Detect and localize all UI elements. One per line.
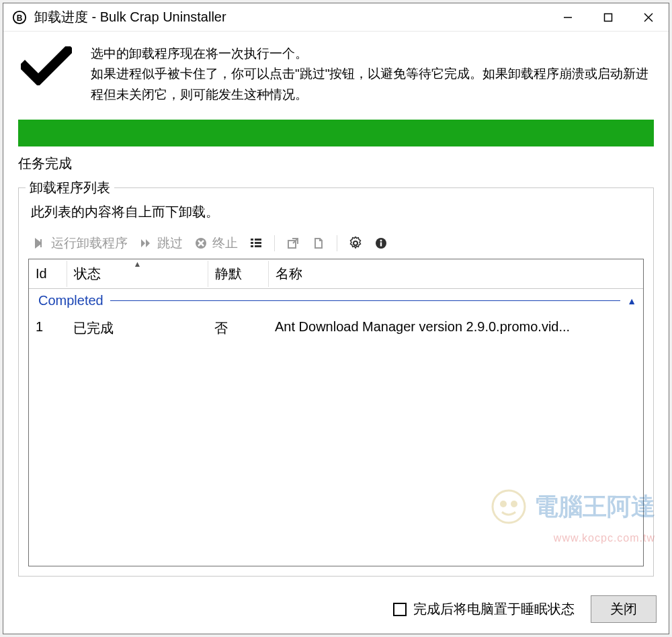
table: Id ▲ 状态 静默 名称 Completed ▲ 1 已完成 否 <box>28 259 644 566</box>
svg-rect-3 <box>605 13 612 21</box>
footer: 完成后将电脑置于睡眠状态 关闭 <box>3 585 669 634</box>
toolbar-separator-2 <box>337 235 337 251</box>
info-icon <box>374 236 388 251</box>
open-external-icon <box>286 236 300 251</box>
sleep-label: 完成后将电脑置于睡眠状态 <box>413 600 575 618</box>
group-row-completed[interactable]: Completed ▲ <box>29 289 643 312</box>
info-line-1: 选中的卸载程序现在将一次执行一个。 <box>91 44 654 64</box>
skip-button[interactable]: 跳过 <box>136 233 185 253</box>
window: B 卸载进度 - Bulk Crap Uninstaller 选中的卸载程序现在… <box>3 3 669 634</box>
list-view-button[interactable] <box>246 235 266 252</box>
maximize-button[interactable] <box>588 3 628 32</box>
table-header: Id ▲ 状态 静默 名称 <box>29 259 643 289</box>
minimize-button[interactable] <box>548 3 588 32</box>
toolbar: 运行卸载程序 跳过 终止 <box>28 230 644 259</box>
svg-rect-9 <box>251 239 253 241</box>
svg-rect-12 <box>255 242 261 244</box>
cell-name: Ant Download Manager version 2.9.0.promo… <box>268 316 643 340</box>
col-status[interactable]: ▲ 状态 <box>67 261 208 287</box>
col-silent[interactable]: 静默 <box>208 261 268 287</box>
info-text: 选中的卸载程序现在将一次执行一个。 如果进程似乎被卡住了，你可以点击"跳过"按钮… <box>91 44 654 105</box>
file-button[interactable] <box>308 235 329 252</box>
col-status-label: 状态 <box>74 266 101 281</box>
info-line-2: 如果进程似乎被卡住了，你可以点击"跳过"按钮，以避免等待它完成。如果卸载程序崩溃… <box>91 64 654 105</box>
cell-id: 1 <box>29 316 67 340</box>
app-icon: B <box>11 9 28 26</box>
window-title: 卸载进度 - Bulk Crap Uninstaller <box>34 8 548 26</box>
run-label: 运行卸载程序 <box>51 235 128 252</box>
skip-label: 跳过 <box>157 235 183 252</box>
svg-rect-10 <box>255 239 261 241</box>
col-id[interactable]: Id <box>29 262 67 286</box>
settings-button[interactable] <box>345 235 366 252</box>
toolbar-separator <box>274 235 275 251</box>
group-label: Completed <box>38 293 103 308</box>
stop-icon <box>194 236 208 251</box>
skip-icon <box>138 236 153 251</box>
gear-icon <box>348 236 363 251</box>
run-icon <box>32 236 47 251</box>
svg-rect-14 <box>255 245 261 247</box>
svg-rect-13 <box>251 245 253 247</box>
close-dialog-button[interactable]: 关闭 <box>591 595 657 623</box>
stop-label: 终止 <box>212 235 238 252</box>
open-external-button[interactable] <box>283 235 303 252</box>
close-button[interactable] <box>628 3 669 32</box>
col-name[interactable]: 名称 <box>268 261 643 287</box>
run-uninstaller-button[interactable]: 运行卸载程序 <box>30 233 130 253</box>
cell-silent: 否 <box>208 316 268 340</box>
groupbox-legend: 卸载程序列表 <box>26 179 114 197</box>
svg-rect-11 <box>251 242 253 244</box>
stop-button[interactable]: 终止 <box>191 233 241 253</box>
file-icon <box>311 236 326 251</box>
info-panel: 选中的卸载程序现在将一次执行一个。 如果进程似乎被卡住了，你可以点击"跳过"按钮… <box>18 44 654 105</box>
svg-rect-18 <box>380 243 382 247</box>
sort-ascending-icon: ▲ <box>134 259 142 269</box>
status-label: 任务完成 <box>18 155 654 173</box>
checkbox-box <box>393 603 407 616</box>
uninstaller-list-group: 卸载程序列表 此列表的内容将自上而下卸载。 运行卸载程序 跳过 <box>18 187 654 577</box>
cell-status: 已完成 <box>67 316 208 340</box>
svg-point-17 <box>380 240 382 242</box>
group-line <box>110 300 620 301</box>
chevron-up-icon: ▲ <box>627 296 636 306</box>
checkmark-icon <box>18 44 75 105</box>
svg-text:B: B <box>17 13 23 22</box>
list-icon <box>249 236 263 251</box>
list-caption: 此列表的内容将自上而下卸载。 <box>31 203 644 221</box>
table-row[interactable]: 1 已完成 否 Ant Download Manager version 2.9… <box>29 312 643 344</box>
content-area: 选中的卸载程序现在将一次执行一个。 如果进程似乎被卡住了，你可以点击"跳过"按钮… <box>3 32 669 585</box>
titlebar: B 卸载进度 - Bulk Crap Uninstaller <box>3 3 669 32</box>
progress-bar <box>18 120 654 146</box>
sleep-checkbox[interactable]: 完成后将电脑置于睡眠状态 <box>393 600 575 618</box>
info-button[interactable] <box>371 235 391 252</box>
